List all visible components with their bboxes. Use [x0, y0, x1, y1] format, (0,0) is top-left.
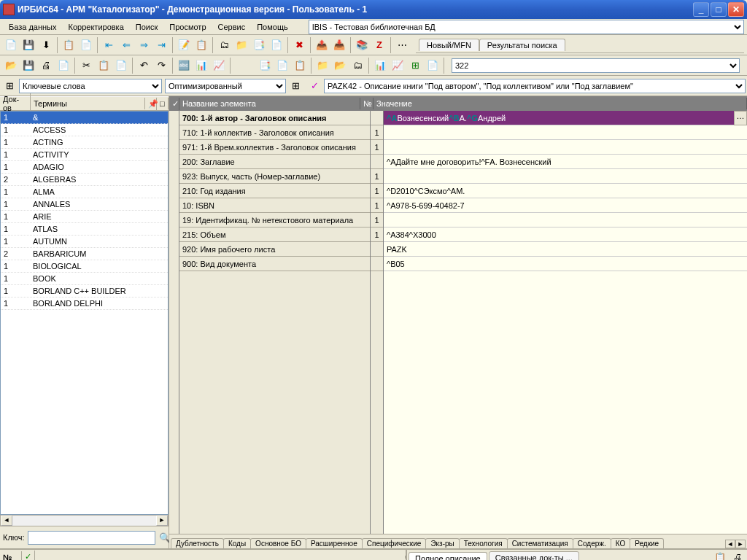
- term-list[interactable]: 1&1ACCESS1ACTING1ACTIVITY1ADAGIO2ALGEBRA…: [0, 111, 169, 515]
- subtab-8[interactable]: Содерж.: [573, 538, 611, 548]
- grid-check-icon[interactable]: ✓: [169, 98, 179, 110]
- field-name[interactable]: 900: Вид документа: [179, 257, 370, 271]
- subtab-1[interactable]: Коды: [223, 538, 251, 548]
- subtab-4[interactable]: Специфические: [362, 538, 427, 548]
- term-row[interactable]: 1&: [1, 112, 168, 124]
- t2-paste-icon[interactable]: 📄: [113, 58, 129, 74]
- field-name[interactable]: 19: Идентификац. № нетекстового материал…: [179, 213, 370, 228]
- new-icon[interactable]: 📄: [3, 37, 19, 53]
- subtab-7[interactable]: Систематизация: [507, 538, 573, 548]
- menu-view[interactable]: Просмотр: [163, 21, 212, 33]
- list-icon[interactable]: 📋: [193, 37, 209, 53]
- field-value[interactable]: [384, 213, 747, 228]
- field-value[interactable]: [384, 140, 747, 155]
- rec-col-check[interactable]: ✓: [22, 551, 35, 560]
- field-name[interactable]: 923: Выпуск, часть (Номер-заглавие): [179, 169, 370, 184]
- t2-redo-icon[interactable]: ↷: [153, 58, 169, 74]
- more-icon[interactable]: ⋯: [394, 37, 410, 53]
- worksheet-check-icon[interactable]: ✓: [306, 78, 322, 94]
- field-name[interactable]: 10: ISBN: [179, 198, 370, 213]
- field-value[interactable]: ^D2010^CЭксмо^AМ.: [384, 184, 747, 198]
- t2-h-icon[interactable]: 📂: [332, 58, 348, 74]
- subtab-9[interactable]: КО: [611, 538, 631, 548]
- term-row[interactable]: 1ACTIVITY: [1, 149, 168, 161]
- field-name[interactable]: 710: 1-й коллектив - Заголовок описания: [179, 125, 370, 140]
- t2-b-icon[interactable]: 📊: [193, 58, 209, 74]
- field-value[interactable]: ^AВознесенский^BА.^GАндрей: [384, 111, 747, 125]
- term-pin-icon[interactable]: 📌: [145, 98, 157, 110]
- delete-icon[interactable]: ✖: [291, 37, 307, 53]
- field-name[interactable]: 920: Имя рабочего листа: [179, 242, 370, 257]
- t2-open-icon[interactable]: 📂: [3, 58, 19, 74]
- term-row[interactable]: 1ALMA: [1, 186, 168, 198]
- subtab-prev-icon[interactable]: ◄: [725, 540, 735, 548]
- prev-icon[interactable]: ⇐: [118, 37, 134, 53]
- subtab-next-icon[interactable]: ►: [735, 540, 746, 548]
- key-input[interactable]: [28, 531, 155, 545]
- tool4-icon[interactable]: 📄: [268, 37, 285, 53]
- t2-e-icon[interactable]: 📄: [274, 58, 290, 74]
- tool1-icon[interactable]: 🗂: [216, 37, 232, 53]
- term-row[interactable]: 1AUTUMN: [1, 236, 168, 248]
- field-value[interactable]: ^B05: [384, 257, 747, 271]
- term-row[interactable]: 1ANNALES: [1, 198, 168, 211]
- maximize-button[interactable]: □: [711, 2, 727, 17]
- t2-save-icon[interactable]: 💾: [20, 58, 36, 74]
- t2-a-icon[interactable]: 🔤: [176, 58, 192, 74]
- first-icon[interactable]: ⇤: [101, 37, 117, 53]
- term-row[interactable]: 1BORLAND C++ BUILDER: [1, 285, 168, 298]
- combo-extra-icon[interactable]: ⊞: [287, 78, 303, 94]
- t2-k-icon[interactable]: 📈: [390, 58, 406, 74]
- t2-f-icon[interactable]: 📋: [292, 58, 308, 74]
- field-name[interactable]: 215: Объем: [179, 228, 370, 242]
- t2-cut-icon[interactable]: ✂: [78, 58, 94, 74]
- field-value[interactable]: ^A978-5-699-40482-7: [384, 198, 747, 213]
- menu-database[interactable]: База данных: [3, 21, 63, 33]
- term-row[interactable]: 2BARBARICUM: [1, 248, 168, 260]
- field-name[interactable]: 700: 1-й автор - Заголовок описания: [179, 111, 370, 125]
- desc-tab-linked[interactable]: Связанные док-ты ...: [489, 551, 579, 561]
- worksheet-combo[interactable]: PAZK42 - Описание книги "Под автором", "…: [324, 79, 746, 93]
- close-button[interactable]: ✕: [728, 2, 744, 17]
- search-type-icon[interactable]: ⊞: [1, 78, 18, 94]
- term-row[interactable]: 1ARIE: [1, 211, 168, 223]
- subtab-6[interactable]: Технология: [459, 538, 508, 548]
- term-row[interactable]: 1ADAGIO: [1, 161, 168, 174]
- field-value[interactable]: ^AДайте мне договорить!^FА. Вознесенский: [384, 155, 747, 169]
- menu-search[interactable]: Поиск: [130, 21, 163, 33]
- term-col-term[interactable]: Термины: [31, 98, 145, 109]
- tab-new-mfn[interactable]: Новый/MFN: [419, 39, 479, 51]
- term-row[interactable]: 1ATLAS: [1, 223, 168, 236]
- desc-copy-icon[interactable]: 📋: [712, 550, 728, 561]
- field-value[interactable]: [384, 125, 747, 140]
- subtab-2[interactable]: Основное БО: [250, 538, 306, 548]
- menu-service[interactable]: Сервис: [212, 21, 252, 33]
- field-value[interactable]: ^A384^X3000: [384, 228, 747, 242]
- subtab-10[interactable]: Редкие: [630, 538, 664, 548]
- save-all-icon[interactable]: ⬇: [38, 37, 54, 53]
- field-expand-button[interactable]: …: [734, 111, 747, 125]
- desc-print-icon[interactable]: 🖨: [729, 550, 746, 561]
- export-icon[interactable]: 📤: [314, 37, 330, 53]
- database-combo[interactable]: IBIS - Тестовая библиотечная БД: [309, 20, 744, 34]
- term-row[interactable]: 1BOOK: [1, 273, 168, 285]
- t2-l-icon[interactable]: 📄: [425, 58, 441, 74]
- field-value[interactable]: PAZK: [384, 242, 747, 257]
- minimize-button[interactable]: _: [693, 2, 709, 17]
- t2-print-icon[interactable]: 🖨: [38, 58, 54, 74]
- t2-d-icon[interactable]: 📑: [257, 58, 273, 74]
- term-row[interactable]: 1ACCESS: [1, 124, 168, 136]
- t2-preview-icon[interactable]: 📄: [55, 58, 71, 74]
- subtab-5[interactable]: Экз-ры: [425, 538, 459, 548]
- t2-copy-icon[interactable]: 📋: [96, 58, 112, 74]
- t2-g-icon[interactable]: 📁: [314, 58, 330, 74]
- desc-tab-full[interactable]: Полное описание: [409, 552, 487, 561]
- mfn-input[interactable]: 322: [452, 58, 740, 73]
- term-row[interactable]: 2ALGEBRAS: [1, 174, 168, 186]
- term-hscroll[interactable]: ◄►: [0, 515, 169, 526]
- rec-col-num[interactable]: №: [0, 551, 22, 561]
- menu-edit[interactable]: Корректировка: [63, 21, 130, 33]
- field-value[interactable]: [384, 169, 747, 184]
- subtab-0[interactable]: Дублетность: [171, 538, 224, 548]
- z-icon[interactable]: Z: [371, 37, 387, 53]
